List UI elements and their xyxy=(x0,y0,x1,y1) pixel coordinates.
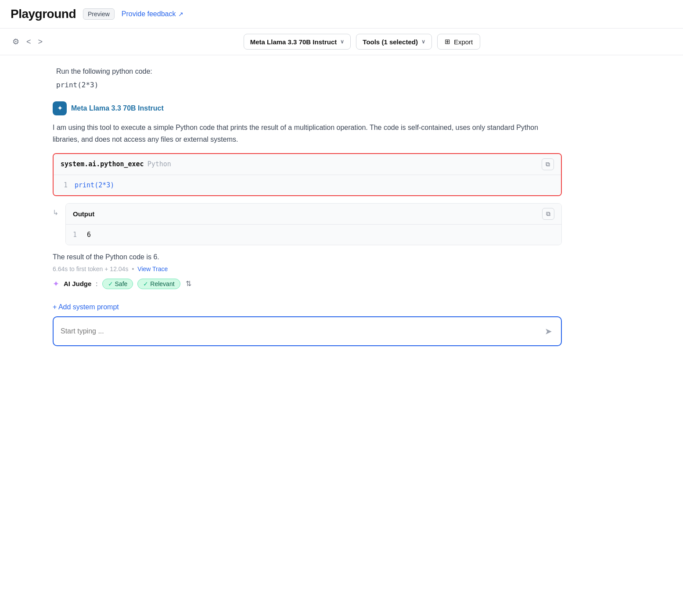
safe-check-icon: ✓ xyxy=(108,280,113,287)
view-trace-link[interactable]: View Trace xyxy=(137,265,168,272)
ai-judge-label: AI Judge xyxy=(64,280,91,287)
toolbar-center: Meta Llama 3.3 70B Instruct ∨ Tools (1 s… xyxy=(51,34,672,50)
safe-badge: ✓ Safe xyxy=(102,279,133,289)
output-header: Output ⧉ xyxy=(66,204,561,225)
ai-response-text: I am using this tool to execute a simple… xyxy=(53,122,562,145)
export-button[interactable]: ⊞ Export xyxy=(437,34,480,50)
output-line-number: 1 xyxy=(73,231,80,239)
output-copy-icon: ⧉ xyxy=(546,210,550,217)
nav-next-button[interactable]: > xyxy=(36,36,45,48)
code-lang-label: Python xyxy=(147,160,171,168)
feedback-link[interactable]: Provide feedback ↗ xyxy=(122,10,184,18)
copy-icon: ⧉ xyxy=(546,161,550,168)
ai-judge-row: ✦ AI Judge : ✓ Safe ✓ Relevant ⇅ xyxy=(53,279,562,289)
ai-response-header: ✦ Meta Llama 3.3 70B Instruct xyxy=(53,101,562,115)
return-arrow-icon: ↳ xyxy=(53,208,58,217)
user-message: Run the following python code: print(2*3… xyxy=(53,66,562,89)
timing-text: 6.64s to first token + 12.04s xyxy=(53,265,128,272)
code-block-body: 1 print(2*3) xyxy=(54,175,561,195)
bottom-area: + Add system prompt ➤ xyxy=(53,303,562,346)
output-value: 6 xyxy=(87,231,91,239)
safe-label: Safe xyxy=(115,280,128,287)
user-code-text: print(2*3) xyxy=(56,81,562,89)
tools-chevron-icon: ∨ xyxy=(421,39,425,45)
input-area: ➤ xyxy=(53,316,562,346)
output-title: Output xyxy=(73,210,94,218)
code-line-number: 1 xyxy=(61,181,68,189)
timing-row: 6.64s to first token + 12.04s • View Tra… xyxy=(53,265,562,272)
nav-prev-button[interactable]: < xyxy=(25,36,33,48)
output-body: 1 6 xyxy=(66,225,561,245)
output-block: Output ⧉ 1 6 xyxy=(65,203,562,245)
code-line-content: print(2*3) xyxy=(75,181,114,189)
main-content: Run the following python code: print(2*3… xyxy=(0,55,615,357)
code-block: system.ai.python_exec Python ⧉ 1 print(2… xyxy=(53,153,562,196)
code-block-header: system.ai.python_exec Python ⧉ xyxy=(54,154,561,175)
settings-button[interactable]: ⚙ xyxy=(11,35,21,48)
ai-avatar: ✦ xyxy=(53,101,67,115)
code-copy-button[interactable]: ⧉ xyxy=(542,158,554,170)
ai-judge-expand-button[interactable]: ⇅ xyxy=(185,279,192,289)
send-icon: ➤ xyxy=(545,326,552,337)
expand-arrows-icon: ⇅ xyxy=(186,280,191,287)
output-copy-button[interactable]: ⧉ xyxy=(542,208,554,220)
page-title: Playground xyxy=(11,7,76,21)
ai-response: ✦ Meta Llama 3.3 70B Instruct I am using… xyxy=(53,101,562,289)
ai-judge-colon: : xyxy=(96,280,97,287)
output-line-1: 1 6 xyxy=(73,231,554,239)
code-line-1: 1 print(2*3) xyxy=(61,181,554,189)
output-wrapper: ↳ Output ⧉ 1 6 xyxy=(53,203,562,245)
relevant-badge: ✓ Relevant xyxy=(137,279,180,289)
tools-selector[interactable]: Tools (1 selected) ∨ xyxy=(356,34,432,50)
tools-label: Tools (1 selected) xyxy=(363,38,418,46)
feedback-label: Provide feedback xyxy=(122,10,176,18)
page-header: Playground Preview Provide feedback ↗ xyxy=(0,0,683,29)
export-icon: ⊞ xyxy=(445,38,450,46)
chevron-left-icon: < xyxy=(26,37,31,47)
relevant-check-icon: ✓ xyxy=(143,280,148,287)
preview-badge: Preview xyxy=(83,8,115,20)
export-label: Export xyxy=(454,38,473,46)
send-button[interactable]: ➤ xyxy=(543,324,554,338)
add-system-prompt-button[interactable]: + Add system prompt xyxy=(53,303,119,311)
result-text: The result of the Python code is 6. xyxy=(53,253,562,261)
external-link-icon: ↗ xyxy=(178,11,183,18)
chevron-right-icon: > xyxy=(38,37,43,47)
timing-dot: • xyxy=(132,265,134,272)
chat-input[interactable] xyxy=(61,327,539,335)
ai-judge-sparkle-icon: ✦ xyxy=(53,279,59,289)
gear-icon: ⚙ xyxy=(12,37,19,47)
user-message-text: Run the following python code: xyxy=(56,66,562,77)
model-name-label: Meta Llama 3.3 70B Instruct xyxy=(250,38,337,46)
model-selector[interactable]: Meta Llama 3.3 70B Instruct ∨ xyxy=(244,34,351,50)
toolbar: ⚙ < > Meta Llama 3.3 70B Instruct ∨ Tool… xyxy=(0,29,683,55)
sparkle-icon: ✦ xyxy=(57,104,63,112)
toolbar-left: ⚙ < > xyxy=(11,35,44,48)
ai-model-name: Meta Llama 3.3 70B Instruct xyxy=(71,104,164,112)
code-func-name: system.ai.python_exec xyxy=(61,160,144,168)
add-system-prompt-label: + Add system prompt xyxy=(53,303,119,311)
model-chevron-icon: ∨ xyxy=(340,39,344,45)
code-block-title: system.ai.python_exec Python xyxy=(61,160,171,168)
relevant-label: Relevant xyxy=(150,280,174,287)
